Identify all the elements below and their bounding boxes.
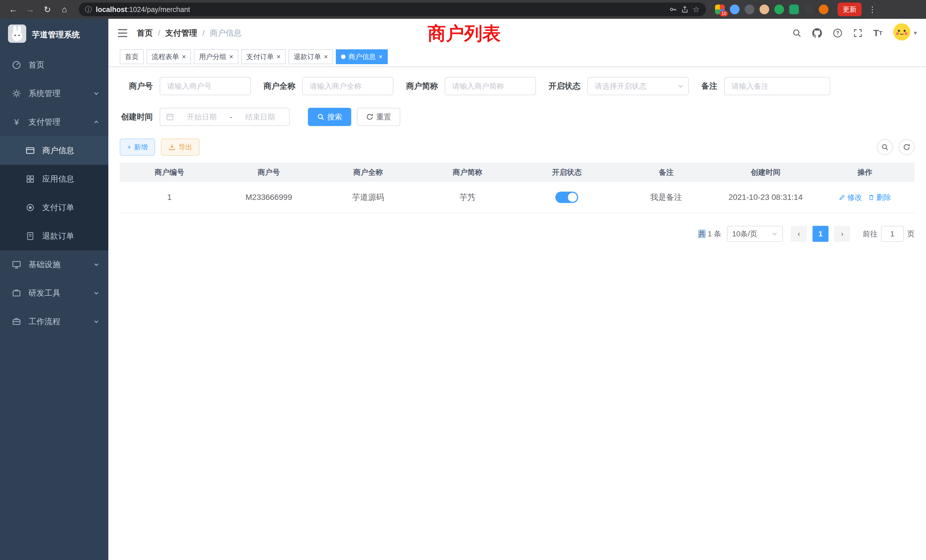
- export-button-label: 导出: [179, 142, 192, 152]
- extension-green-square-icon[interactable]: [789, 5, 799, 14]
- search-icon[interactable]: [792, 29, 801, 38]
- extension-blue-icon[interactable]: [730, 5, 740, 14]
- hamburger-icon[interactable]: [118, 29, 128, 38]
- browser-menu-icon[interactable]: ⋮: [869, 5, 876, 14]
- github-icon[interactable]: [812, 28, 822, 38]
- home-icon[interactable]: ⌂: [57, 2, 72, 17]
- sidebar-item-label: 支付管理: [29, 117, 61, 127]
- toggle-search-button[interactable]: [877, 139, 893, 155]
- status-toggle[interactable]: [555, 192, 578, 203]
- export-button[interactable]: 导出: [161, 139, 200, 156]
- browser-update-button[interactable]: 更新: [838, 3, 862, 16]
- close-icon[interactable]: ×: [277, 53, 280, 60]
- tab-home[interactable]: 首页: [120, 49, 144, 64]
- close-icon[interactable]: ×: [182, 53, 186, 60]
- address-bar[interactable]: ⓘ localhost:1024/pay/merchant ☆: [79, 3, 706, 16]
- reset-button-label: 重置: [376, 112, 391, 122]
- forward-icon[interactable]: →: [23, 2, 38, 17]
- remark-label: 备注: [701, 81, 724, 92]
- status-label: 开启状态: [549, 81, 587, 92]
- date-range-picker[interactable]: 开始日期 - 结束日期: [160, 108, 290, 126]
- sidebar-item-workflow[interactable]: 工作流程: [0, 307, 108, 336]
- extension-dark-icon[interactable]: [745, 5, 754, 14]
- tab-process-form[interactable]: 流程表单×: [147, 49, 191, 64]
- sidebar-item-infrastructure[interactable]: 基础设施: [0, 250, 108, 279]
- fullscreen-icon[interactable]: [853, 29, 862, 38]
- sidebar-item-home[interactable]: 首页: [0, 51, 108, 79]
- pagination: 共 1 条 10条/页 ‹ 1 › 前往 页: [120, 226, 915, 242]
- col-create-time: 创建时间: [716, 167, 816, 177]
- site-info-icon[interactable]: ⓘ: [85, 5, 92, 14]
- date-separator: -: [230, 113, 232, 121]
- full-name-input[interactable]: [302, 77, 393, 95]
- merchant-no-label: 商户号: [120, 81, 160, 92]
- sidebar-item-pay-order[interactable]: 支付订单: [0, 193, 108, 222]
- remark-input[interactable]: [724, 77, 830, 95]
- chevron-down-icon: [94, 91, 99, 96]
- chevron-down-icon: [94, 290, 99, 296]
- extension-pin-icon[interactable]: [804, 5, 814, 14]
- sidebar-item-system[interactable]: 系统管理: [0, 79, 108, 108]
- sidebar-item-dev-tools[interactable]: 研发工具: [0, 279, 108, 307]
- reset-button[interactable]: 重置: [357, 108, 400, 126]
- user-menu[interactable]: ▾: [893, 23, 917, 43]
- extension-green-circle-icon[interactable]: [774, 5, 784, 14]
- page-1-button[interactable]: 1: [813, 226, 829, 242]
- next-page-button[interactable]: ›: [834, 226, 850, 242]
- tab-merchant-info[interactable]: 商户信息×: [336, 49, 388, 64]
- password-key-icon[interactable]: [669, 5, 677, 14]
- search-button[interactable]: 搜索: [308, 108, 351, 126]
- col-merchant-id: 商户编号: [120, 167, 219, 177]
- breadcrumb-home[interactable]: 首页: [137, 28, 153, 38]
- help-icon[interactable]: ?: [833, 28, 843, 38]
- close-icon[interactable]: ×: [324, 53, 328, 60]
- page-size-value: 10条/页: [732, 229, 757, 239]
- card-icon: [25, 146, 35, 155]
- sidebar-item-payment[interactable]: ¥ 支付管理: [0, 108, 108, 136]
- refresh-button[interactable]: [899, 139, 915, 155]
- breadcrumb-current: 商户信息: [210, 28, 242, 38]
- font-size-icon[interactable]: TT: [873, 28, 882, 38]
- prev-page-button[interactable]: ‹: [791, 226, 807, 242]
- extension-avatar-icon[interactable]: [760, 5, 769, 14]
- sidebar-item-merchant-info[interactable]: 商户信息: [0, 136, 108, 165]
- extension-orange-avatar-icon[interactable]: [819, 5, 829, 14]
- create-time-label: 创建时间: [120, 112, 160, 122]
- chevron-down-icon: [94, 262, 99, 268]
- col-short-name: 商户简称: [418, 167, 517, 177]
- goto-page-input[interactable]: [881, 226, 904, 242]
- edit-link[interactable]: 修改: [839, 192, 862, 203]
- payment-submenu: 商户信息 应用信息 支付订单: [0, 136, 108, 250]
- delete-link[interactable]: 删除: [868, 192, 891, 203]
- tab-pay-order[interactable]: 支付订单×: [241, 49, 286, 64]
- reload-icon[interactable]: ↻: [40, 2, 55, 17]
- short-name-input[interactable]: [445, 77, 536, 95]
- extension-badge: 10: [720, 11, 728, 17]
- col-actions: 操作: [816, 167, 915, 177]
- close-icon[interactable]: ×: [229, 53, 233, 60]
- tab-user-group[interactable]: 用户分组×: [194, 49, 238, 64]
- sidebar-item-label: 支付订单: [42, 202, 74, 213]
- pagination-goto: 前往 页: [863, 226, 915, 242]
- bookmark-star-icon[interactable]: ☆: [693, 5, 700, 14]
- back-icon[interactable]: ←: [6, 2, 21, 17]
- breadcrumb-payment[interactable]: 支付管理: [165, 28, 197, 38]
- merchant-no-input[interactable]: [160, 77, 251, 95]
- share-icon[interactable]: [681, 5, 688, 14]
- status-select[interactable]: [587, 77, 689, 95]
- close-icon[interactable]: ×: [378, 53, 383, 60]
- sidebar-item-app-info[interactable]: 应用信息: [0, 165, 108, 193]
- extensions-row: 10: [715, 5, 829, 14]
- add-button[interactable]: + 新增: [120, 139, 155, 156]
- app-logo[interactable]: 芋道管理系统: [0, 19, 108, 51]
- extension-puzzle-icon[interactable]: 10: [715, 5, 725, 14]
- dashboard-icon: [11, 61, 22, 70]
- sidebar-item-label: 基础设施: [29, 259, 61, 270]
- page-size-select[interactable]: 10条/页: [727, 226, 783, 242]
- tab-label: 流程表单: [152, 52, 179, 61]
- end-date-placeholder: 结束日期: [237, 112, 283, 122]
- briefcase-icon: [11, 317, 22, 326]
- col-merchant-no: 商户号: [219, 167, 319, 177]
- sidebar-item-refund-order[interactable]: 退款订单: [0, 222, 108, 250]
- tab-refund-order[interactable]: 退款订单×: [289, 49, 333, 64]
